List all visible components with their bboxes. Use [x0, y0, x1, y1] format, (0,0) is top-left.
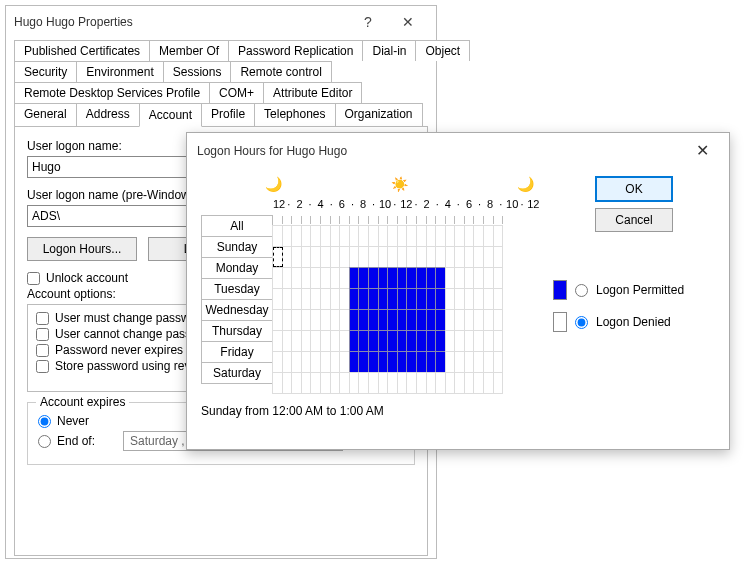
day-header-sunday[interactable]: Sunday [201, 236, 273, 258]
schedule-cell[interactable] [493, 351, 504, 373]
tabs: Published CertificatesMember OfPassword … [14, 40, 428, 127]
hour-label: 8 [358, 198, 369, 210]
hour-label: 12 [527, 198, 538, 210]
hour-label: 12 [400, 198, 411, 210]
hour-label: · [517, 198, 528, 210]
denied-swatch [553, 312, 567, 332]
hour-label: · [495, 198, 506, 210]
tab-general[interactable]: General [14, 103, 77, 127]
schedule-row[interactable] [273, 246, 513, 268]
hour-label: · [347, 198, 358, 210]
hour-label: 4 [315, 198, 326, 210]
tab-telephones[interactable]: Telephones [254, 103, 335, 127]
unlock-checkbox[interactable] [27, 272, 40, 285]
tab-organization[interactable]: Organization [335, 103, 423, 127]
hour-label: 2 [294, 198, 305, 210]
schedule-row[interactable] [273, 288, 513, 310]
tab-sessions[interactable]: Sessions [163, 61, 232, 82]
schedule-area: 🌙 ☀️ 🌙 12·2·4·6·8·10·12·2·4·6·8·10·12 Al… [201, 176, 541, 418]
logon-cancel-button[interactable]: Cancel [595, 208, 673, 232]
close-titlebar-button[interactable]: ✕ [388, 12, 428, 32]
selection-marker [273, 247, 283, 267]
never-radio[interactable] [38, 415, 51, 428]
hour-label: 12 [273, 198, 284, 210]
hour-label: 4 [443, 198, 454, 210]
tab-profile[interactable]: Profile [201, 103, 255, 127]
hour-label: · [305, 198, 316, 210]
endof-label: End of: [57, 434, 117, 448]
logon-hours-dialog: Logon Hours for Hugo Hugo ✕ 🌙 ☀️ 🌙 12·2·… [186, 132, 730, 450]
tab-member-of[interactable]: Member Of [149, 40, 229, 61]
schedule-cell[interactable] [493, 267, 504, 289]
permitted-label: Logon Permitted [596, 283, 684, 297]
tab-address[interactable]: Address [76, 103, 140, 127]
tab-security[interactable]: Security [14, 61, 77, 82]
day-header-monday[interactable]: Monday [201, 257, 273, 279]
hour-label: · [326, 198, 337, 210]
schedule-row[interactable] [273, 330, 513, 352]
option-label: User cannot change passw [55, 327, 200, 341]
tab-password-replication[interactable]: Password Replication [228, 40, 363, 61]
hour-label: · [390, 198, 401, 210]
logon-hours-button[interactable]: Logon Hours... [27, 237, 137, 261]
schedule-cell[interactable] [493, 330, 504, 352]
schedule-row[interactable] [273, 267, 513, 289]
option-checkbox[interactable] [36, 360, 49, 373]
day-header-wednesday[interactable]: Wednesday [201, 299, 273, 321]
never-label: Never [57, 414, 89, 428]
schedule-row[interactable] [273, 309, 513, 331]
hour-label: · [368, 198, 379, 210]
day-header-friday[interactable]: Friday [201, 341, 273, 363]
hour-label: 2 [421, 198, 432, 210]
hour-label: · [284, 198, 295, 210]
hour-label: · [432, 198, 443, 210]
sun-icon: ☀️ [391, 176, 408, 192]
window-title: Hugo Hugo Properties [14, 15, 133, 29]
tab-published-certificates[interactable]: Published Certificates [14, 40, 150, 61]
endof-radio[interactable] [38, 435, 51, 448]
option-label: User must change password [55, 311, 207, 325]
titlebar: Hugo Hugo Properties ? ✕ [6, 6, 436, 38]
tab-remote-desktop-services-profile[interactable]: Remote Desktop Services Profile [14, 82, 210, 103]
option-checkbox[interactable] [36, 312, 49, 325]
hour-label: 10 [379, 198, 390, 210]
schedule-row[interactable] [273, 372, 513, 394]
hour-label: 10 [506, 198, 517, 210]
permitted-swatch [553, 280, 567, 300]
hour-label: 8 [485, 198, 496, 210]
logon-titlebar: Logon Hours for Hugo Hugo ✕ [187, 133, 729, 168]
permitted-radio[interactable] [575, 284, 588, 297]
schedule-cell[interactable] [493, 246, 504, 268]
tab-com-[interactable]: COM+ [209, 82, 264, 103]
all-days-button[interactable]: All [201, 215, 273, 237]
option-label: Store password using rever [55, 359, 201, 373]
denied-radio[interactable] [575, 316, 588, 329]
tab-account[interactable]: Account [139, 103, 202, 127]
schedule-cell[interactable] [493, 372, 504, 394]
tab-object[interactable]: Object [415, 40, 470, 61]
option-checkbox[interactable] [36, 328, 49, 341]
unlock-label: Unlock account [46, 271, 128, 285]
logon-ok-button[interactable]: OK [595, 176, 673, 202]
hour-label: · [474, 198, 485, 210]
tab-environment[interactable]: Environment [76, 61, 163, 82]
schedule-cell[interactable] [493, 288, 504, 310]
option-label: Password never expires [55, 343, 183, 357]
moon-icon-right: 🌙 [517, 176, 534, 192]
close-icon[interactable]: ✕ [685, 141, 719, 160]
hour-label: 6 [337, 198, 348, 210]
day-header-saturday[interactable]: Saturday [201, 362, 273, 384]
right-panel: OK Cancel Logon Permitted Logon Denied [553, 176, 715, 418]
option-checkbox[interactable] [36, 344, 49, 357]
hour-label: · [453, 198, 464, 210]
tab-dial-in[interactable]: Dial-in [362, 40, 416, 61]
tab-attribute-editor[interactable]: Attribute Editor [263, 82, 362, 103]
day-header-tuesday[interactable]: Tuesday [201, 278, 273, 300]
hour-label: · [411, 198, 422, 210]
tab-remote-control[interactable]: Remote control [230, 61, 331, 82]
day-header-thursday[interactable]: Thursday [201, 320, 273, 342]
schedule-row[interactable] [273, 351, 513, 373]
schedule-cell[interactable] [493, 309, 504, 331]
moon-icon: 🌙 [265, 176, 282, 192]
help-titlebar-button[interactable]: ? [348, 12, 388, 32]
